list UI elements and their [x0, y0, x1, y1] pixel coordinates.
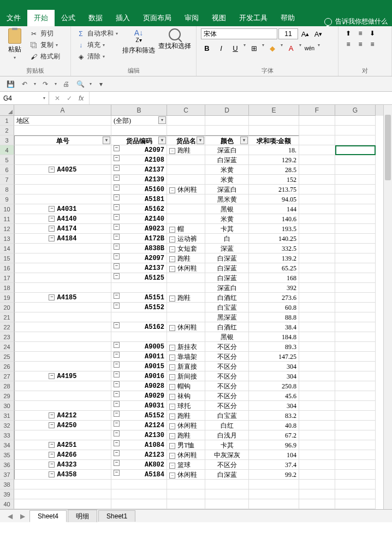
cell[interactable] — [167, 312, 205, 322]
cell[interactable]: −球托 — [167, 401, 205, 411]
cell[interactable]: −A9005 — [111, 342, 167, 352]
cell[interactable]: 不区分 — [205, 342, 249, 352]
cell[interactable] — [299, 391, 335, 401]
collapse-icon[interactable]: − — [169, 325, 175, 331]
tab-view[interactable]: 视图 — [205, 10, 233, 26]
cell[interactable] — [335, 204, 376, 214]
cell[interactable] — [14, 332, 111, 342]
format-painter-button[interactable]: 🖌格式刷 — [28, 51, 61, 62]
redo-button[interactable]: ↷ — [40, 79, 50, 89]
collapse-icon[interactable]: − — [114, 234, 120, 240]
cell[interactable] — [335, 253, 376, 263]
cell[interactable] — [299, 489, 335, 499]
collapse-icon[interactable]: − — [169, 246, 175, 252]
cell[interactable]: −A4031 — [14, 204, 111, 214]
cell[interactable]: 140.25 — [249, 234, 299, 244]
cell[interactable]: 18. — [249, 145, 299, 155]
cell[interactable]: 黑银 — [205, 332, 249, 342]
cell[interactable]: −A9023 — [111, 224, 167, 234]
collapse-icon[interactable]: − — [169, 423, 175, 429]
sheet-tab[interactable]: Sheet1 — [98, 510, 135, 522]
cell[interactable]: −A1084 — [111, 440, 167, 450]
tab-layout[interactable]: 页面布局 — [136, 10, 178, 26]
cell[interactable]: 139.2 — [249, 253, 299, 263]
cell[interactable]: 168 — [249, 273, 299, 283]
cell[interactable] — [335, 371, 376, 381]
cell[interactable]: 白宝蓝 — [205, 303, 249, 312]
cell[interactable] — [335, 460, 376, 470]
cell[interactable]: 184.8 — [249, 332, 299, 342]
cell[interactable] — [167, 155, 205, 165]
row-header[interactable]: 8 — [0, 185, 14, 194]
filter-dropdown-icon[interactable]: ▾ — [158, 137, 166, 144]
pivot-header-amount[interactable]: 求和项:金额 — [249, 135, 299, 145]
cell[interactable]: −A9031 — [111, 401, 167, 411]
collapse-icon[interactable]: − — [169, 374, 175, 380]
pivot-header-name[interactable]: 货品名▾ — [167, 135, 205, 145]
cell[interactable]: −A9028 — [111, 381, 167, 391]
cell[interactable] — [299, 273, 335, 283]
collapse-icon[interactable]: − — [114, 352, 120, 358]
autosum-button[interactable]: Σ自动求和▾ — [75, 28, 119, 39]
cell[interactable]: 黑深蓝 — [205, 312, 249, 322]
tell-me[interactable]: 告诉我你想做什么 — [324, 17, 392, 26]
cell[interactable]: −A9015 — [111, 362, 167, 371]
col-header-d[interactable]: D — [205, 105, 249, 116]
cell[interactable]: 地区 — [14, 116, 111, 126]
cell[interactable] — [299, 352, 335, 362]
cell[interactable] — [299, 322, 335, 332]
cell[interactable] — [14, 362, 111, 371]
row-header[interactable]: 35 — [0, 450, 14, 460]
cell[interactable] — [14, 480, 111, 489]
collapse-icon[interactable]: − — [114, 430, 120, 436]
cell[interactable]: −A5151 — [111, 293, 167, 303]
cell[interactable]: 卡其 — [205, 224, 249, 234]
tab-formula[interactable]: 公式 — [55, 10, 82, 26]
cell[interactable] — [14, 499, 111, 509]
cell[interactable]: −A5162 — [111, 322, 167, 332]
cell[interactable]: 不区分 — [205, 371, 249, 381]
collapse-icon[interactable]: − — [114, 411, 120, 417]
row-header[interactable]: 36 — [0, 460, 14, 470]
row-header[interactable]: 33 — [0, 430, 14, 440]
cell[interactable]: −女短套 — [167, 244, 205, 253]
cell[interactable]: −A2130 — [111, 430, 167, 440]
cell[interactable]: −A4195 — [14, 371, 111, 381]
cell[interactable]: 白酒红 — [205, 322, 249, 332]
cell[interactable]: 白浅月 — [205, 430, 249, 440]
cell[interactable]: −袜钩 — [167, 391, 205, 401]
cell[interactable]: 273.6 — [249, 293, 299, 303]
cell[interactable]: −男T恤 — [167, 440, 205, 450]
cell[interactable] — [14, 342, 111, 352]
row-header[interactable]: 12 — [0, 224, 14, 234]
tab-help[interactable]: 帮助 — [274, 10, 301, 26]
cell[interactable] — [299, 499, 335, 509]
cell[interactable]: −A838B — [111, 244, 167, 253]
cell[interactable]: −A5184 — [111, 470, 167, 480]
row-header[interactable]: 7 — [0, 175, 14, 185]
collapse-icon[interactable]: − — [114, 224, 120, 230]
cell[interactable] — [335, 470, 376, 480]
collapse-icon[interactable]: − — [114, 194, 120, 200]
print-preview-button[interactable]: 🔍 — [75, 79, 85, 89]
cell[interactable]: 152 — [249, 175, 299, 185]
cell[interactable] — [14, 263, 111, 273]
cell[interactable]: 89.3 — [249, 342, 299, 352]
cell[interactable]: −A4250 — [14, 421, 111, 430]
cell[interactable] — [111, 480, 167, 489]
cell[interactable]: −A5162 — [111, 204, 167, 214]
cell[interactable] — [167, 480, 205, 489]
cell[interactable] — [335, 489, 376, 499]
cell[interactable]: −休闲鞋 — [167, 263, 205, 273]
cell[interactable] — [335, 244, 376, 253]
collapse-icon[interactable]: − — [169, 296, 175, 302]
align-middle-button[interactable]: ≡ — [355, 28, 366, 38]
collapse-icon[interactable]: − — [114, 401, 120, 407]
cell[interactable]: 白酒红 — [205, 293, 249, 303]
cell[interactable] — [299, 185, 335, 194]
cell[interactable] — [299, 204, 335, 214]
cell[interactable] — [335, 342, 376, 352]
collapse-icon[interactable]: − — [169, 414, 175, 420]
cell[interactable]: 60.8 — [249, 303, 299, 312]
cell[interactable]: 深蓝白 — [205, 145, 249, 155]
